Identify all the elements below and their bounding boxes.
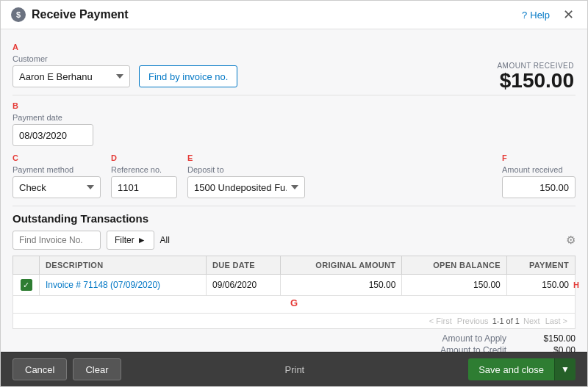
find-by-invoice-button[interactable]: Find by invoice no.	[139, 65, 237, 87]
payment-date-label: Payment date	[12, 113, 93, 122]
th-open-balance: OPEN BALANCE	[402, 256, 506, 275]
pagination-text: 1-1 of 1	[492, 317, 520, 325]
separator-2	[12, 206, 576, 206]
row-original-amount: 150.00	[281, 275, 402, 296]
deposit-to-select[interactable]: 1500 Undeposited Fu...	[187, 176, 305, 198]
table-row: ✓ Invoice # 71148 (07/09/2020) 09/06/202…	[13, 275, 576, 296]
separator-1	[12, 95, 576, 95]
first-page-link[interactable]: < First	[429, 317, 452, 325]
th-original-amount: ORIGINAL AMOUNT	[281, 256, 402, 275]
row-open-balance: 150.00	[402, 275, 506, 296]
help-link[interactable]: ? Help	[522, 10, 550, 21]
amount-to-credit-row: Amount to Credit $0.00	[440, 345, 576, 352]
filter-button[interactable]: Filter ►	[107, 231, 154, 250]
deposit-to-group: E Deposit to 1500 Undeposited Fu...	[187, 153, 305, 198]
deposit-to-label: Deposit to	[187, 165, 305, 174]
table-wrapper: DESCRIPTION DUE DATE ORIGINAL AMOUNT OPE…	[12, 256, 576, 329]
reference-no-group: D Reference no.	[111, 153, 177, 198]
th-description: DESCRIPTION	[40, 256, 207, 275]
customer-row: A Customer Aaron E Berhanu Find by invoi…	[12, 43, 576, 87]
close-button[interactable]: ✕	[560, 7, 577, 23]
payment-method-select[interactable]: Check	[12, 176, 101, 198]
row-checkbox-cell[interactable]: ✓	[13, 275, 40, 296]
print-button[interactable]: Print	[285, 364, 305, 375]
customer-label: Customer	[12, 54, 130, 63]
row-payment-cell: 150.00 H	[506, 275, 575, 296]
find-invoice-input[interactable]	[12, 231, 101, 250]
row-description[interactable]: Invoice # 71148 (07/09/2020)	[40, 275, 207, 296]
amount-to-apply-row: Amount to Apply $150.00	[442, 333, 576, 344]
save-close-group: Save and close ▼	[468, 358, 576, 380]
payment-method-label: Payment method	[12, 165, 101, 174]
next-page-link[interactable]: Next	[523, 317, 540, 325]
customer-annotation: A	[12, 43, 130, 51]
clear-button[interactable]: Clear	[73, 358, 121, 380]
save-close-button[interactable]: Save and close	[468, 358, 554, 380]
header-right: ? Help ✕	[522, 7, 577, 23]
receive-payment-icon: $	[11, 7, 26, 22]
footer-left: Cancel Clear	[12, 358, 121, 380]
header-left: $ Receive Payment	[11, 7, 129, 22]
gear-icon-button[interactable]: ⚙	[566, 234, 576, 247]
all-label: All	[160, 235, 170, 245]
payment-date-row: B Payment date	[12, 101, 576, 146]
cancel-button[interactable]: Cancel	[12, 358, 67, 380]
deposit-to-annotation: E	[187, 153, 305, 162]
find-invoice-group: Find by invoice no.	[139, 52, 237, 87]
transactions-table: DESCRIPTION DUE DATE ORIGINAL AMOUNT OPE…	[12, 256, 576, 296]
reference-no-label: Reference no.	[111, 165, 177, 174]
row-payment-value: 150.00	[542, 280, 569, 290]
receive-payment-modal: $ Receive Payment ? Help ✕ AMOUNT RECEIV…	[0, 0, 588, 387]
help-circle-icon: ?	[522, 10, 527, 21]
amount-received-field-annotation: F	[502, 153, 576, 162]
amount-to-credit-label: Amount to Credit	[440, 345, 506, 352]
outstanding-transactions-title: Outstanding Transactions	[12, 212, 576, 225]
customer-group: A Customer Aaron E Berhanu	[12, 43, 130, 87]
modal-body: AMOUNT RECEIVED $150.00 A Customer Aaron…	[1, 29, 587, 352]
amount-received-field-group: F Amount received	[502, 153, 576, 198]
th-checkbox	[13, 256, 40, 275]
pagination-row: < First Previous 1-1 of 1 Next Last >	[12, 314, 576, 329]
amount-to-apply-value: $150.00	[524, 333, 576, 344]
amount-received-value: $150.00	[497, 70, 574, 93]
amount-to-credit-value: $0.00	[524, 345, 576, 352]
row-due-date: 09/06/2020	[207, 275, 281, 296]
filter-arrow-icon: ►	[137, 235, 146, 245]
payment-date-input[interactable]	[12, 124, 93, 146]
amount-received-field-input[interactable]	[502, 176, 576, 198]
th-due-date: DUE DATE	[207, 256, 281, 275]
page-title: Receive Payment	[32, 8, 129, 21]
reference-no-annotation: D	[111, 153, 177, 162]
amount-to-apply-label: Amount to Apply	[442, 333, 506, 344]
last-page-link[interactable]: Last >	[545, 317, 567, 325]
payment-details-row: C Payment method Check D Reference no. E…	[12, 153, 576, 198]
checkbox-checked-icon[interactable]: ✓	[21, 279, 32, 291]
reference-no-input[interactable]	[111, 176, 177, 198]
amount-received-block: AMOUNT RECEIVED $150.00	[497, 62, 574, 93]
payment-date-annotation: B	[12, 101, 93, 110]
th-payment: PAYMENT	[506, 256, 575, 275]
filter-row: Filter ► All ⚙	[12, 231, 576, 250]
modal-header: $ Receive Payment ? Help ✕	[1, 1, 587, 29]
payment-method-annotation: C	[12, 153, 101, 162]
summary-block: Amount to Apply $150.00 Amount to Credit…	[12, 329, 576, 352]
previous-page-link[interactable]: Previous	[457, 317, 489, 325]
amount-received-field-label: Amount received	[502, 165, 576, 174]
table-header-row: DESCRIPTION DUE DATE ORIGINAL AMOUNT OPE…	[13, 256, 576, 275]
h-annotation: H	[573, 281, 579, 289]
g-annotation: G	[290, 297, 298, 308]
modal-footer: Cancel Clear Print Save and close ▼	[1, 352, 587, 386]
payment-method-group: C Payment method Check	[12, 153, 101, 198]
g-annotation-row: G	[12, 296, 576, 314]
save-close-arrow-button[interactable]: ▼	[554, 358, 576, 380]
payment-date-group: B Payment date	[12, 101, 93, 146]
customer-select[interactable]: Aaron E Berhanu	[12, 65, 130, 87]
payment-cell-wrapper: 150.00 H	[513, 280, 569, 290]
